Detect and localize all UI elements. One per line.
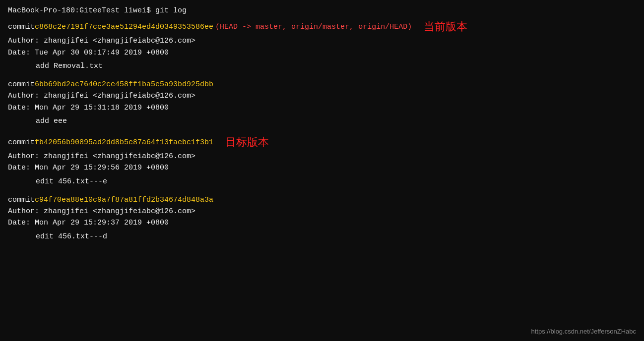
author-1: Author: zhangjifei <zhangjifeiabc@126.co… [8, 35, 636, 47]
commit-hash-4: c94f70ea88e10c9a7f87a81ffd2b34674d848a3a [35, 194, 213, 206]
commit-label-2: commit [8, 79, 35, 90]
author-3: Author: zhangjifei <zhangjifeiabc@126.co… [8, 151, 636, 162]
date-1: Date: Tue Apr 30 09:17:49 2019 +0800 [8, 47, 636, 58]
message-3: edit 456.txt---e [8, 176, 636, 187]
date-2: Date: Mon Apr 29 15:31:18 2019 +0800 [8, 102, 636, 114]
commit-label-1: commit [8, 21, 35, 33]
commit-hash-2: 6bb69bd2ac7640c2ce458ff1ba5e5a93bd925dbb [35, 79, 213, 90]
watermark: https://blog.csdn.net/JeffersonZHabc [531, 328, 637, 335]
commit-label-4: commit [8, 194, 35, 206]
commit-row-2: commit 6bb69bd2ac7640c2ce458ff1ba5e5a93b… [8, 79, 636, 90]
head-info-1: (HEAD -> master, origin/master, origin/H… [215, 21, 412, 33]
prompt-line: MacBook-Pro-180:GiteeTest liwei$ git log [8, 5, 636, 16]
commit-block-3: commit fb42056b90895ad2dd8b5e87a64f13fae… [8, 134, 636, 187]
terminal-window: MacBook-Pro-180:GiteeTest liwei$ git log… [0, 0, 644, 250]
message-4: edit 456.txt---d [8, 231, 636, 242]
commit-label-3: commit [8, 137, 35, 148]
annotation-target: 目标版本 [225, 134, 269, 151]
commit-block-4: commit c94f70ea88e10c9a7f87a81ffd2b34674… [8, 194, 636, 242]
message-1: add Removal.txt [8, 60, 636, 72]
author-2: Author: zhangjifei <zhangjifeiabc@126.co… [8, 90, 636, 102]
message-2: add eee [8, 115, 636, 127]
commit-row-4: commit c94f70ea88e10c9a7f87a81ffd2b34674… [8, 194, 636, 206]
commit-block-2: commit 6bb69bd2ac7640c2ce458ff1ba5e5a93b… [8, 79, 636, 127]
commit-row-3: commit fb42056b90895ad2dd8b5e87a64f13fae… [8, 134, 636, 151]
commit-hash-3: fb42056b90895ad2dd8b5e87a64f13faebc1f3b1 [35, 137, 213, 148]
commit-block-1: commit c868c2e7191f7cce3ae51294ed4d03493… [8, 18, 636, 72]
annotation-current: 当前版本 [424, 18, 467, 35]
commit-row-1: commit c868c2e7191f7cce3ae51294ed4d03493… [8, 18, 636, 35]
author-4: Author: zhangjifei <zhangjifeiabc@126.co… [8, 206, 636, 217]
date-3: Date: Mon Apr 29 15:29:56 2019 +0800 [8, 162, 636, 173]
commit-hash-1: c868c2e7191f7cce3ae51294ed4d0349353586ee [35, 21, 213, 33]
date-4: Date: Mon Apr 29 15:29:37 2019 +0800 [8, 217, 636, 228]
